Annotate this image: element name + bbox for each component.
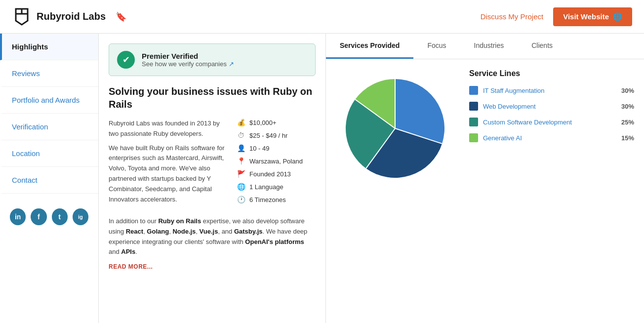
location-pin-icon: 📍 bbox=[237, 157, 245, 165]
facebook-icon[interactable]: f bbox=[31, 208, 46, 225]
desc-p2: We have built Ruby on Rails software for… bbox=[109, 143, 227, 205]
bookmark-icon[interactable]: 🔖 bbox=[116, 11, 126, 22]
company-heading: Solving your business issues with Ruby o… bbox=[109, 85, 316, 111]
tab-focus[interactable]: Focus bbox=[413, 34, 460, 59]
legend-color-3 bbox=[469, 133, 478, 142]
right-panel: Services Provided Focus Industries Clien… bbox=[326, 34, 644, 323]
sidebar-item-portfolio[interactable]: Portfolio and Awards bbox=[0, 87, 98, 114]
rate-icon: ⏱ bbox=[237, 131, 245, 139]
tab-industries[interactable]: Industries bbox=[460, 34, 518, 59]
stat-timezone: 🕐 6 Timezones bbox=[237, 196, 316, 203]
content-wrapper: ✔ Premier Verified See how we verify com… bbox=[99, 34, 644, 323]
globe-icon: 🌐 bbox=[613, 12, 622, 21]
header-actions: Discuss My Project Visit Website 🌐 bbox=[481, 7, 632, 26]
legend-pct-2: 25% bbox=[621, 119, 634, 126]
legend-item-1: Web Development 30% bbox=[469, 102, 634, 111]
founded-icon: 🚩 bbox=[237, 170, 245, 178]
discuss-link[interactable]: Discuss My Project bbox=[481, 12, 544, 21]
employees-icon: 👤 bbox=[237, 144, 245, 152]
legend-label-3: Generative AI bbox=[483, 134, 616, 142]
premier-badge-icon: ✔ bbox=[117, 51, 135, 69]
linkedin-icon[interactable]: in bbox=[10, 208, 26, 225]
legend-item-2: Custom Software Development 25% bbox=[469, 118, 634, 126]
budget-icon: 💰 bbox=[237, 119, 245, 126]
legend-label-1: Web Development bbox=[483, 103, 616, 110]
legend-pct-0: 30% bbox=[621, 87, 634, 94]
twitter-icon[interactable]: t bbox=[52, 208, 68, 225]
chart-section: Service Lines IT Staff Augmentation 30% … bbox=[326, 59, 644, 198]
stat-location: 📍 Warszawa, Poland bbox=[237, 157, 316, 165]
legend-item-3: Generative AI 15% bbox=[469, 133, 634, 142]
additional-description: In addition to our Ruby on Rails experti… bbox=[109, 216, 316, 257]
stat-employees: 👤 10 - 49 bbox=[237, 144, 316, 152]
social-links: in f t ig bbox=[0, 199, 98, 235]
legend-label-0: IT Staff Augmentation bbox=[483, 87, 616, 94]
legend-color-1 bbox=[469, 102, 478, 111]
tab-clients[interactable]: Clients bbox=[518, 34, 566, 59]
legend-pct-3: 15% bbox=[621, 134, 634, 142]
tabs-bar: Services Provided Focus Industries Clien… bbox=[326, 34, 644, 59]
desc-stats-row: Rubyroid Labs was founded in 2013 by two… bbox=[109, 119, 316, 208]
pie-chart bbox=[336, 69, 454, 188]
legend-color-0 bbox=[469, 86, 478, 95]
timezone-icon: 🕐 bbox=[237, 196, 245, 203]
premier-verify-link[interactable]: ↗ bbox=[229, 60, 234, 68]
premier-banner: ✔ Premier Verified See how we verify com… bbox=[109, 43, 316, 76]
sidebar-item-reviews[interactable]: Reviews bbox=[0, 60, 98, 87]
company-description: Rubyroid Labs was founded in 2013 by two… bbox=[109, 119, 227, 208]
desc-p1: Rubyroid Labs was founded in 2013 by two… bbox=[109, 119, 227, 139]
stats-list: 💰 $10,000+ ⏱ $25 - $49 / hr 👤 10 - 49 📍 … bbox=[237, 119, 316, 208]
stat-language: 🌐 1 Language bbox=[237, 183, 316, 191]
legend-pct-1: 30% bbox=[621, 103, 634, 110]
legend-label-2: Custom Software Development bbox=[483, 119, 616, 126]
logo-icon bbox=[12, 7, 32, 27]
visit-website-button[interactable]: Visit Website 🌐 bbox=[553, 7, 632, 26]
header: Rubyroid Labs 🔖 Discuss My Project Visit… bbox=[0, 0, 644, 34]
sidebar-item-highlights[interactable]: Highlights bbox=[0, 34, 98, 60]
legend-item-0: IT Staff Augmentation 30% bbox=[469, 86, 634, 95]
main-panel: ✔ Premier Verified See how we verify com… bbox=[99, 34, 326, 323]
stat-rate: ⏱ $25 - $49 / hr bbox=[237, 131, 316, 139]
stat-founded: 🚩 Founded 2013 bbox=[237, 170, 316, 178]
logo-area: Rubyroid Labs 🔖 bbox=[12, 7, 126, 27]
company-name: Rubyroid Labs bbox=[37, 11, 106, 22]
instagram-icon[interactable]: ig bbox=[73, 208, 88, 225]
main-layout: Highlights Reviews Portfolio and Awards … bbox=[0, 34, 644, 323]
service-lines-title: Service Lines bbox=[469, 69, 634, 78]
read-more-link[interactable]: READ MORE... bbox=[109, 263, 153, 270]
legend-color-2 bbox=[469, 118, 478, 126]
sidebar-item-verification[interactable]: Verification bbox=[0, 114, 98, 140]
sidebar-item-location[interactable]: Location bbox=[0, 140, 98, 167]
premier-title: Premier Verified bbox=[142, 52, 234, 60]
sidebar: Highlights Reviews Portfolio and Awards … bbox=[0, 34, 99, 323]
language-icon: 🌐 bbox=[237, 183, 245, 191]
premier-subtitle: See how we verify companies ↗ bbox=[142, 60, 234, 68]
sidebar-item-contact[interactable]: Contact bbox=[0, 167, 98, 194]
stat-budget: 💰 $10,000+ bbox=[237, 119, 316, 126]
tab-services-provided[interactable]: Services Provided bbox=[326, 34, 413, 59]
premier-text: Premier Verified See how we verify compa… bbox=[142, 52, 234, 68]
service-lines-legend: Service Lines IT Staff Augmentation 30% … bbox=[469, 69, 634, 149]
